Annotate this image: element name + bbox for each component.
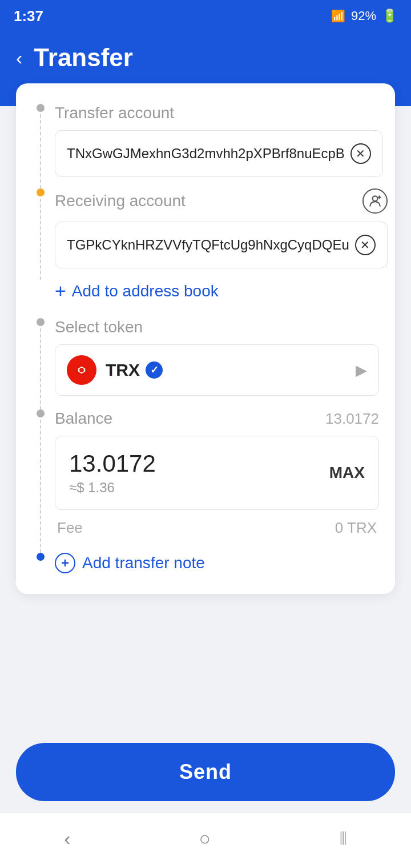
svg-point-0	[372, 196, 377, 201]
fee-label: Fee	[57, 519, 83, 537]
timeline-dot-1	[37, 104, 45, 112]
nav-home-button[interactable]: ○	[199, 827, 211, 850]
timeline-dot-4	[37, 409, 45, 417]
main-content: Transfer account TNxGwGJMexhnG3d2mvhh2pX…	[0, 83, 411, 617]
transfer-account-value: TNxGwGJMexhnG3d2mvhh2pXPBrf8nuEcpB	[67, 146, 345, 162]
receiving-account-field: TGPkCYknHRZVVfyTQFtcUg9hNxgCyqDQEu ✕	[55, 222, 388, 268]
receiving-account-label: Receiving account	[55, 192, 186, 210]
add-note-label: Add transfer note	[82, 554, 205, 572]
dashed-line-1	[40, 114, 41, 188]
bottom-spacer	[0, 617, 411, 732]
status-time: 1:37	[14, 7, 43, 25]
max-button[interactable]: MAX	[329, 464, 365, 482]
amount-field[interactable]: 13.0172 ≈$ 1.36 MAX	[55, 436, 379, 510]
transfer-account-label: Transfer account	[55, 104, 383, 122]
dashed-line-4	[40, 420, 41, 553]
dashed-line-3	[40, 328, 41, 409]
note-plus-icon: +	[55, 553, 75, 573]
timeline-col-4	[32, 409, 49, 553]
page-title: Transfer	[34, 43, 133, 72]
receiving-account-section: Receiving account TGPkCYknHRZVVfyTQFtcUg…	[32, 188, 379, 280]
battery-icon: 🔋	[382, 9, 397, 23]
timeline-dot-3	[37, 318, 45, 326]
select-token-label: Select token	[55, 318, 379, 336]
transfer-account-section: Transfer account TNxGwGJMexhnG3d2mvhh2pX…	[32, 104, 379, 188]
status-bar: 1:37 📶 92% 🔋	[0, 0, 411, 32]
nav-menu-button[interactable]: ⦀	[339, 827, 347, 850]
balance-label: Balance	[55, 409, 112, 428]
amount-left: 13.0172 ≈$ 1.36	[69, 450, 156, 496]
timeline-col-1	[32, 104, 49, 188]
status-icons: 📶 92% 🔋	[331, 9, 397, 23]
send-container: Send	[0, 732, 411, 813]
balance-section: Balance 13.0172 13.0172 ≈$ 1.36 MAX Fee …	[32, 409, 379, 553]
token-name: TRX	[106, 360, 140, 380]
trx-logo	[67, 355, 96, 385]
verified-badge	[146, 361, 163, 379]
receiving-account-value: TGPkCYknHRZVVfyTQFtcUg9hNxgCyqDQEu	[67, 237, 349, 253]
timeline-col-3	[32, 318, 49, 409]
amount-value: 13.0172	[69, 450, 156, 477]
contact-book-icon[interactable]	[362, 188, 388, 214]
nav-back-button[interactable]: ‹	[64, 827, 70, 850]
receiving-account-clear-button[interactable]: ✕	[355, 235, 376, 255]
dashed-line-2	[40, 199, 41, 280]
transfer-account-field: TNxGwGJMexhnG3d2mvhh2pXPBrf8nuEcpB ✕	[55, 130, 383, 177]
balance-header-row: Balance 13.0172	[55, 409, 379, 428]
token-arrow-icon: ▶	[356, 361, 367, 379]
send-button[interactable]: Send	[16, 743, 395, 801]
select-token-content: Select token TRX ▶	[55, 318, 379, 409]
add-note-content: + Add transfer note	[55, 553, 379, 573]
add-note-button[interactable]: + Add transfer note	[55, 553, 379, 573]
add-address-label: Add to address book	[72, 282, 219, 300]
svg-point-4	[79, 368, 84, 372]
receiving-account-header: Receiving account	[55, 188, 388, 214]
balance-header-value: 13.0172	[325, 410, 379, 428]
token-selector-button[interactable]: TRX ▶	[55, 344, 379, 396]
transfer-account-clear-button[interactable]: ✕	[350, 143, 371, 164]
fee-row: Fee 0 TRX	[55, 519, 379, 537]
transfer-account-content: Transfer account TNxGwGJMexhnG3d2mvhh2pX…	[55, 104, 383, 188]
fee-value: 0 TRX	[335, 519, 377, 537]
transfer-card: Transfer account TNxGwGJMexhnG3d2mvhh2pX…	[16, 83, 395, 594]
navigation-bar: ‹ ○ ⦀	[0, 813, 411, 868]
balance-content: Balance 13.0172 13.0172 ≈$ 1.36 MAX Fee …	[55, 409, 379, 553]
amount-usd: ≈$ 1.36	[69, 480, 156, 496]
timeline-dot-2	[37, 188, 45, 196]
receiving-account-content: Receiving account TGPkCYknHRZVVfyTQFtcUg…	[55, 188, 388, 280]
sim-icon: 📶	[331, 9, 345, 23]
battery-text: 92%	[351, 9, 376, 23]
timeline-col-5	[32, 553, 49, 573]
plus-icon: +	[55, 280, 66, 302]
add-address-button[interactable]: + Add to address book	[32, 280, 379, 302]
back-button[interactable]: ‹	[16, 47, 22, 69]
add-note-section: + Add transfer note	[32, 553, 379, 573]
timeline-dot-5	[37, 553, 45, 561]
select-token-section: Select token TRX ▶	[32, 318, 379, 409]
timeline-col-2	[32, 188, 49, 280]
